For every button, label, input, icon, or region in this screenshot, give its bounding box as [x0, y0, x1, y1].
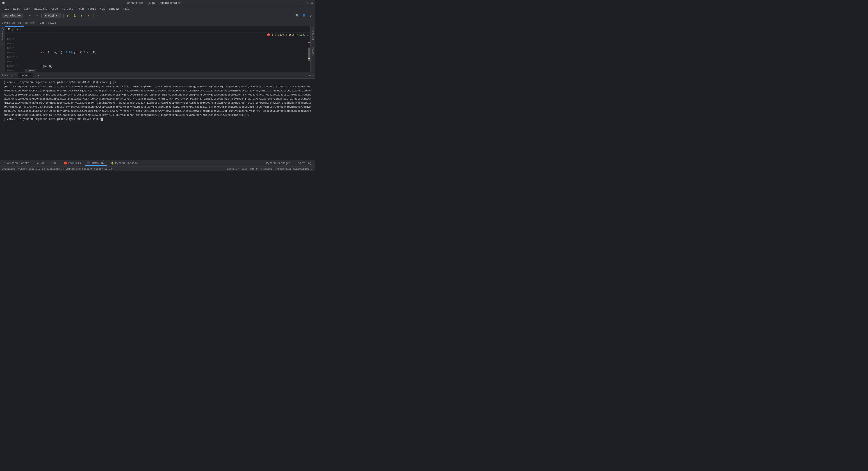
- minimize-button[interactable]: ─: [302, 2, 305, 5]
- breadcrumb-project[interactable]: day18-dun-01: [2, 22, 21, 25]
- main-layout: Project Bookmarks Structure JS j.js ✕ ⋯ …: [0, 26, 315, 72]
- menu-item-help[interactable]: Help: [121, 7, 131, 11]
- terminal-dropdown-icon[interactable]: ▾: [38, 74, 39, 77]
- scroll-error-marker: [308, 42, 310, 43]
- menu-item-run[interactable]: Run: [77, 7, 86, 11]
- run-config-selector[interactable]: ▶ 1栏进 ▼: [43, 13, 62, 18]
- more-options-button[interactable]: ⋯: [95, 13, 101, 19]
- hover-tooltip: value: [25, 69, 36, 72]
- terminal-tab-bar: Terminal: Local ✕ + ▾ ⚙ ─: [0, 72, 315, 78]
- info-count: ⚠ 1506: [286, 33, 294, 36]
- warn-count: ⚠ 1230: [275, 33, 284, 36]
- git-icon: ⑂: [4, 162, 6, 165]
- version-control-tab[interactable]: ⑂ Version Control: [2, 161, 33, 165]
- code-content[interactable]: var T = my( Q: 0x384)in K ? s : F; T(K, …: [20, 37, 307, 72]
- terminal-cursor: [101, 118, 103, 121]
- window-controls[interactable]: ─ □ ✕: [302, 2, 314, 5]
- file-tab-close-icon[interactable]: ✕: [20, 28, 21, 31]
- titlebar-left: 🕷: [2, 1, 5, 5]
- search-everywhere-icon[interactable]: 🔍: [294, 13, 300, 19]
- run-coverage-button[interactable]: ▶: [79, 13, 85, 19]
- breadcrumb-folder[interactable]: 05-轨迹: [25, 21, 35, 25]
- terminal-prompt-1: (.venv) E:\PycharmProjects\LearnSpider\d…: [4, 81, 312, 85]
- titlebar: 🕷 LearnSpider - j.js - Administrator ─ □…: [0, 0, 315, 6]
- terminal-local-label: Local: [21, 74, 29, 77]
- breadcrumb-file[interactable]: j.js: [38, 22, 44, 25]
- scrollbar-thumb[interactable]: [308, 48, 310, 61]
- run-button[interactable]: ▶: [65, 13, 71, 19]
- terminal-icon: ⬛: [87, 161, 91, 165]
- menu-item-code[interactable]: Code: [50, 7, 60, 11]
- code-scrollbar[interactable]: [307, 37, 310, 72]
- scroll-warn-marker-2: [308, 58, 310, 59]
- file-tab-jjs[interactable]: JS j.js ✕: [5, 26, 24, 32]
- breadcrumb-symbol[interactable]: value: [48, 22, 56, 25]
- todo-tab[interactable]: TODO: [49, 161, 60, 165]
- menu-item-window[interactable]: Window: [107, 7, 121, 11]
- settings-gear-icon[interactable]: ⚙: [308, 13, 314, 19]
- menu-item-edit[interactable]: Edit: [11, 7, 22, 11]
- toolbar-sep-3: [63, 13, 64, 18]
- status-bar-right: 10:55:27 CRLF UTF-8 4 spaces Python 3.11…: [227, 167, 314, 170]
- bottom-panel: Terminal: Local ✕ + ▾ ⚙ ─ (.venv) E:\Pyc…: [0, 72, 315, 160]
- project-selector[interactable]: LearnSpider: [2, 13, 23, 18]
- code-line-10545: T(K, W),: [22, 64, 307, 68]
- more-tabs-icon[interactable]: ⋯: [307, 28, 309, 31]
- debug-button[interactable]: 🐛: [72, 13, 78, 19]
- sidebar-database-label[interactable]: Database: [312, 28, 314, 40]
- fold-icon-10550[interactable]: ▽: [16, 65, 18, 67]
- scroll-warn-marker: [308, 53, 310, 53]
- menu-item-view[interactable]: View: [22, 7, 32, 11]
- maximize-button[interactable]: □: [306, 2, 309, 5]
- error-count: ⛔ 1: [267, 33, 273, 36]
- toolbar: LearnSpider ← → ▶ 1栏进 ▼ ▶ 🐛 ▶ ■ ⋯ 🔍 👤 ⚙: [0, 12, 315, 20]
- menu-item-tools[interactable]: Tools: [86, 7, 98, 11]
- file-tab-bar: JS j.js ✕ ⋯: [5, 26, 310, 32]
- status-bar-left: Localized PyCharm 2021.3.3 is available …: [2, 167, 113, 170]
- run-tab[interactable]: ▶ Run: [35, 161, 47, 165]
- code-info-bar: ⛔ 1 ⚠ 1230 ⚠ 1506 ✓ 1138 ∧: [5, 32, 310, 37]
- editor-wrapper: JS j.js ✕ ⋯ ⛔ 1 ⚠ 1230 ⚠ 1506 ✓ 1138 ∧ 1…: [5, 26, 310, 72]
- code-editor[interactable]: 10544 10545 10546 10547 10548 10549 1055…: [5, 37, 310, 72]
- stop-button[interactable]: ■: [86, 13, 91, 19]
- python-version-display[interactable]: Python 3.11 (LearnSpide...: [275, 167, 314, 170]
- terminal-tab-controls: ⚙ ─: [309, 74, 314, 77]
- menubar: FileEditViewNavigateCodeRefactorRunTools…: [0, 6, 315, 12]
- close-button[interactable]: ✕: [310, 2, 314, 5]
- menu-item-navigate[interactable]: Navigate: [32, 7, 49, 11]
- terminal-tab-close-icon[interactable]: ✕: [30, 74, 31, 77]
- sidebar-structure-icon[interactable]: Structure: [0, 37, 4, 41]
- python-console-tab[interactable]: 🐍 Python Console: [108, 161, 140, 165]
- terminal-settings-icon[interactable]: ⚙: [309, 74, 311, 77]
- file-tab-icon: JS: [8, 28, 10, 31]
- terminal-content[interactable]: (.venv) E:\PycharmProjects\LearnSpider\d…: [0, 78, 315, 160]
- app-title: LearnSpider - j.js - Administrator: [126, 2, 181, 5]
- menu-item-vcs[interactable]: VCS: [98, 7, 107, 11]
- python-console-icon: 🐍: [111, 161, 114, 165]
- expand-analysis-icon[interactable]: ∧: [307, 33, 309, 36]
- sidebar-sciview-label[interactable]: SciView: [312, 46, 314, 56]
- event-log-tab[interactable]: Event Log: [294, 161, 314, 165]
- user-avatar[interactable]: 👤: [301, 13, 307, 19]
- status-bar: Localized PyCharm 2021.3.3 is available …: [0, 166, 315, 171]
- terminal-minimize-icon[interactable]: ─: [312, 74, 314, 77]
- terminal-tab-local[interactable]: Local ✕: [18, 73, 33, 78]
- problems-tab[interactable]: ⛔ Problems: [62, 161, 83, 165]
- menu-item-refactor[interactable]: Refactor: [60, 7, 77, 11]
- terminal-tab-bottom[interactable]: ⬛ Terminal: [85, 161, 107, 166]
- python-packages-tab[interactable]: Python Packages: [264, 161, 292, 165]
- add-terminal-icon[interactable]: +: [34, 74, 36, 77]
- line-ending-display[interactable]: CRLF: [242, 167, 247, 170]
- back-button[interactable]: ←: [27, 13, 33, 19]
- terminal-output: yDGip/5YZGq2VVB9rv18Fr01INNtzIMptdl2Dh4Z…: [4, 85, 312, 117]
- menu-item-file[interactable]: File: [1, 7, 11, 11]
- time-display: 10:55:27: [227, 167, 239, 170]
- terminal-prompt-2: (.venv) E:\PycharmProjects\LearnSpider\d…: [4, 117, 312, 121]
- left-sidebar: Project Bookmarks Structure: [0, 26, 5, 72]
- forward-button[interactable]: →: [34, 13, 40, 19]
- charset-display[interactable]: UTF-8: [250, 167, 258, 170]
- toolbar-sep-1: [25, 13, 25, 18]
- indent-display[interactable]: 4 spaces: [260, 167, 272, 170]
- fold-icon-10548[interactable]: ▽: [16, 56, 18, 59]
- problems-icon: ⛔: [64, 161, 67, 165]
